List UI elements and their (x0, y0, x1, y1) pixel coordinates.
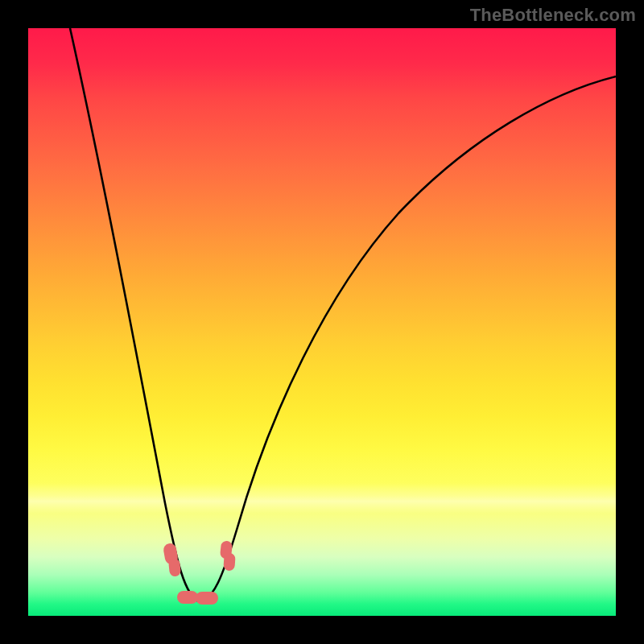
watermark-text: TheBottleneck.com (470, 5, 636, 26)
curve-layer (28, 28, 616, 616)
marker-point (168, 558, 181, 576)
chart-frame: TheBottleneck.com (0, 0, 644, 644)
marker-point (196, 592, 218, 605)
bottleneck-curve (70, 28, 616, 601)
plot-area (28, 28, 616, 616)
marker-point (223, 553, 236, 572)
